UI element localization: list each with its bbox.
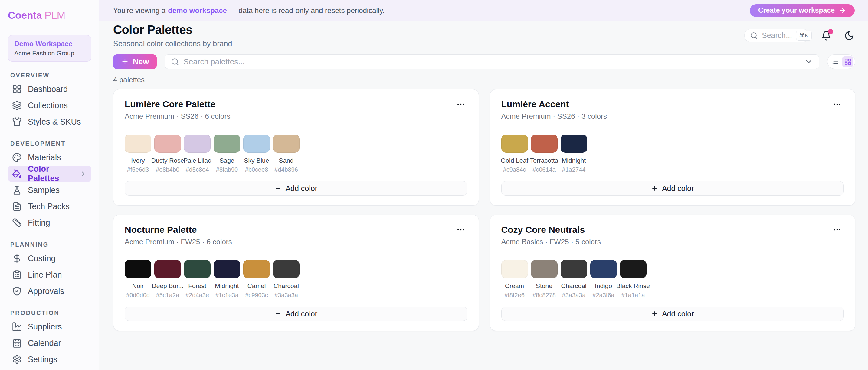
color-chip[interactable]: [501, 135, 528, 153]
sidebar-section: PRODUCTION Suppliers Calendar Settings: [8, 309, 91, 368]
add-color-button[interactable]: Add color: [125, 306, 467, 321]
sidebar-item-line-plan[interactable]: Line Plan: [8, 267, 91, 283]
color-swatch-charcoal[interactable]: Charcoal #3a3a3a: [273, 260, 300, 299]
palette-meta: Acme Premium · FW25 · 6 colors: [125, 238, 232, 246]
calendar-icon: [12, 338, 22, 348]
palette-menu-button[interactable]: [454, 99, 467, 109]
banner-text-suffix: — data here is read-only and resets peri…: [229, 6, 384, 15]
sidebar-item-suppliers[interactable]: Suppliers: [8, 318, 91, 335]
color-chip[interactable]: [561, 135, 587, 153]
list-view-button[interactable]: [829, 56, 840, 67]
dark-mode-toggle[interactable]: [843, 30, 855, 42]
color-name: Cream: [498, 282, 532, 290]
sidebar-item-approvals[interactable]: Approvals: [8, 283, 91, 299]
color-chip[interactable]: [125, 260, 151, 278]
color-swatch-black-rinse[interactable]: Black Rinse #1a1a1a: [620, 260, 647, 299]
palette-search-input[interactable]: [183, 57, 800, 67]
color-swatch-dusty-rose[interactable]: Dusty Rose #e8b4b0: [154, 135, 181, 173]
workspace-card[interactable]: Demo Workspace Acme Fashion Group: [8, 35, 91, 62]
color-chip[interactable]: [273, 260, 300, 278]
new-palette-button[interactable]: New: [113, 55, 157, 69]
arrow-right-icon: [838, 7, 846, 14]
sidebar-item-color-palettes[interactable]: Color Palettes: [8, 166, 91, 182]
color-chip[interactable]: [273, 135, 300, 153]
color-chip[interactable]: [154, 260, 181, 278]
ellipsis-icon: [833, 225, 842, 234]
sidebar-item-label: Tech Packs: [28, 202, 70, 211]
add-color-button[interactable]: Add color: [501, 306, 844, 321]
color-swatch-camel[interactable]: Camel #c9903c: [243, 260, 270, 299]
search-icon: [171, 58, 179, 66]
palette-menu-button[interactable]: [454, 225, 467, 235]
color-chip[interactable]: [561, 260, 587, 278]
color-chip[interactable]: [531, 135, 558, 153]
global-search-button[interactable]: Search... ⌘K: [744, 29, 809, 42]
palette-menu-button[interactable]: [831, 225, 844, 235]
add-color-button[interactable]: Add color: [501, 181, 844, 196]
color-chip[interactable]: [214, 135, 240, 153]
palette-grid: Lumière Core Palette Acme Premium · SS26…: [113, 89, 855, 331]
grid-view-button[interactable]: [842, 56, 854, 67]
create-workspace-label: Create your workspace: [758, 6, 835, 14]
palette-icon: [12, 153, 22, 162]
color-swatch-charcoal[interactable]: Charcoal #3a3a3a: [561, 260, 587, 299]
sidebar-item-costing[interactable]: Costing: [8, 250, 91, 267]
color-swatch-sand[interactable]: Sand #d4b896: [273, 135, 300, 173]
add-color-label: Add color: [662, 309, 694, 318]
color-chip[interactable]: [531, 260, 558, 278]
color-chip[interactable]: [243, 135, 270, 153]
color-chip[interactable]: [620, 260, 647, 278]
palette-meta: Acme Premium · SS26 · 6 colors: [125, 112, 230, 121]
color-swatch-stone[interactable]: Stone #8c8278: [531, 260, 558, 299]
color-hex: #5c1a2a: [151, 292, 185, 299]
page-header: Color Palettes Seasonal color collection…: [99, 21, 868, 50]
color-name: Noir: [121, 282, 155, 290]
palette-menu-button[interactable]: [831, 99, 844, 109]
plus-icon: [121, 58, 129, 66]
notifications-button[interactable]: [820, 30, 832, 42]
add-color-button[interactable]: Add color: [125, 181, 467, 196]
file-text-icon: [12, 202, 22, 211]
color-swatch-gold-leaf[interactable]: Gold Leaf #c9a84c: [501, 135, 528, 173]
color-chip[interactable]: [125, 135, 151, 153]
color-name: Terracotta: [527, 157, 561, 164]
color-swatch-midnight[interactable]: Midnight #1a2744: [561, 135, 587, 173]
ellipsis-icon: [833, 100, 842, 109]
color-chip[interactable]: [590, 260, 617, 278]
demo-workspace-link[interactable]: demo workspace: [168, 6, 227, 15]
color-chip[interactable]: [154, 135, 181, 153]
sidebar-item-samples[interactable]: Samples: [8, 182, 91, 198]
color-chip[interactable]: [501, 260, 528, 278]
color-swatch-terracotta[interactable]: Terracotta #c0614a: [531, 135, 558, 173]
sidebar-nav: OVERVIEW Dashboard Collections Styles & …: [8, 72, 91, 368]
sidebar-item-calendar[interactable]: Calendar: [8, 335, 91, 351]
color-chip[interactable]: [184, 135, 211, 153]
sidebar-item-collections[interactable]: Collections: [8, 97, 91, 114]
color-name: Ivory: [121, 157, 155, 164]
color-swatch-pale-lilac[interactable]: Pale Lilac #d5c8e4: [184, 135, 211, 173]
color-swatch-deep-bur[interactable]: Deep Bur... #5c1a2a: [154, 260, 181, 299]
chevron-down-icon[interactable]: [804, 58, 813, 66]
color-swatch-sage[interactable]: Sage #8fab90: [214, 135, 240, 173]
color-swatch-ivory[interactable]: Ivory #f5e6d3: [125, 135, 151, 173]
sidebar-item-dashboard[interactable]: Dashboard: [8, 81, 91, 97]
color-chip[interactable]: [214, 260, 240, 278]
sidebar-item-settings[interactable]: Settings: [8, 351, 91, 368]
color-swatch-midnight[interactable]: Midnight #1c1e3a: [214, 260, 240, 299]
color-swatch-indigo[interactable]: Indigo #2a3f6a: [590, 260, 617, 299]
color-swatch-noir[interactable]: Noir #0d0d0d: [125, 260, 151, 299]
palette-count: 4 palettes: [113, 75, 855, 84]
color-chip[interactable]: [243, 260, 270, 278]
sidebar-item-fitting[interactable]: Fitting: [8, 214, 91, 231]
sidebar-item-materials[interactable]: Materials: [8, 149, 91, 166]
color-chip[interactable]: [184, 260, 211, 278]
color-swatch-cream[interactable]: Cream #f8f2e6: [501, 260, 528, 299]
sidebar-item-tech-packs[interactable]: Tech Packs: [8, 198, 91, 214]
sidebar-item-styles-skus[interactable]: Styles & SKUs: [8, 114, 91, 130]
color-swatch-forest[interactable]: Forest #2d4a3e: [184, 260, 211, 299]
create-workspace-button[interactable]: Create your workspace: [750, 4, 855, 17]
color-name: Black Rinse: [616, 282, 650, 290]
color-name: Camel: [240, 282, 274, 290]
palette-search-box: [164, 55, 819, 69]
color-swatch-sky-blue[interactable]: Sky Blue #b0cee8: [243, 135, 270, 173]
